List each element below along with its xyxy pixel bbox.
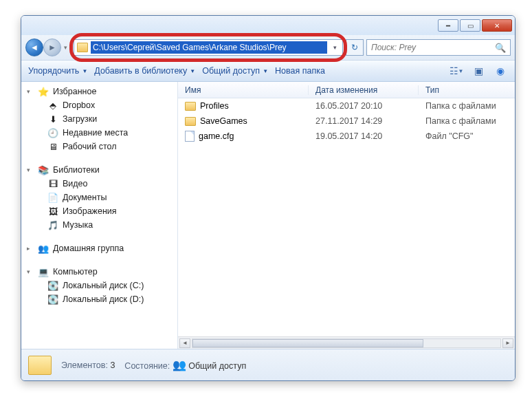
- desktop-icon: 🖥: [47, 141, 58, 152]
- recent-dropdown-icon[interactable]: ▾: [64, 44, 71, 51]
- sidebar-label: Домашняя группа: [53, 244, 124, 253]
- sidebar-item-label: Документы: [63, 193, 107, 202]
- minimize-button[interactable]: ━: [438, 19, 458, 32]
- file-row[interactable]: Profiles16.05.2017 20:10Папка с файлами: [178, 98, 515, 114]
- recent-icon: 🕘: [47, 127, 58, 138]
- scroll-thumb[interactable]: [192, 339, 423, 347]
- sidebar-homegroup[interactable]: ▸ 👥 Домашняя группа: [24, 241, 177, 255]
- sidebar-item-downloads[interactable]: ⬇Загрузки: [24, 112, 177, 126]
- file-name: game.cfg: [199, 131, 234, 141]
- maximize-button[interactable]: ▭: [460, 19, 480, 32]
- share-icon: 👥: [173, 359, 186, 371]
- file-list-pane: Имя Дата изменения Тип Profiles16.05.201…: [178, 82, 515, 349]
- sidebar-item-documents[interactable]: 📄Документы: [24, 191, 177, 204]
- elements-label: Элементов:: [61, 360, 108, 370]
- sidebar-computer[interactable]: ▾ 💻 Компьютер: [24, 265, 177, 279]
- sidebar-favorites[interactable]: ▾ ⭐ Избранное: [24, 85, 177, 98]
- navigation-pane: ▾ ⭐ Избранное ⬘Dropbox ⬇Загрузки 🕘Недавн…: [21, 82, 178, 349]
- folder-icon: [77, 43, 88, 52]
- newfolder-label: Новая папка: [275, 66, 325, 76]
- status-elements: Элементов: 3: [61, 360, 115, 370]
- sidebar-item-label: Рабочий стол: [63, 142, 116, 151]
- file-type: Папка с файлами: [419, 101, 515, 111]
- sidebar-item-pictures[interactable]: 🖼Изображения: [24, 204, 177, 218]
- organize-label: Упорядочить: [28, 66, 79, 76]
- video-icon: 🎞: [47, 178, 58, 189]
- sidebar-item-label: Недавние места: [63, 128, 128, 138]
- dropbox-icon: ⬘: [47, 100, 58, 111]
- address-dropdown-icon[interactable]: ▾: [330, 44, 340, 51]
- file-name: SaveGames: [200, 116, 247, 126]
- file-type: Файл "CFG": [419, 131, 515, 141]
- sidebar-item-videos[interactable]: 🎞Видео: [24, 177, 177, 191]
- sidebar-item-label: Музыка: [63, 220, 93, 230]
- search-box[interactable]: 🔍: [366, 39, 511, 56]
- scroll-right-button[interactable]: ►: [502, 338, 513, 348]
- documents-icon: 📄: [47, 192, 58, 203]
- music-icon: 🎵: [47, 219, 58, 230]
- sidebar-label: Избранное: [53, 87, 96, 96]
- close-button[interactable]: ✕: [482, 19, 512, 32]
- chevron-down-icon: ▼: [190, 68, 195, 74]
- sidebar-item-dropbox[interactable]: ⬘Dropbox: [24, 98, 177, 112]
- column-type[interactable]: Тип: [419, 85, 515, 95]
- sidebar-libraries[interactable]: ▾ 📚 Библиотеки: [24, 163, 177, 177]
- sidebar-item-label: Локальный диск (D:): [63, 294, 144, 304]
- sidebar-item-desktop[interactable]: 🖥Рабочий стол: [24, 140, 177, 153]
- details-pane: Элементов: 3 Состояние: 👥 Общий доступ: [21, 349, 515, 380]
- share-button[interactable]: Общий доступ ▼: [202, 66, 268, 76]
- search-input[interactable]: [371, 43, 495, 52]
- file-row[interactable]: game.cfg19.05.2017 14:20Файл "CFG": [178, 129, 515, 144]
- drive-icon: 💽: [47, 280, 58, 291]
- refresh-button[interactable]: ↻: [346, 39, 364, 56]
- sidebar-label: Библиотеки: [53, 165, 100, 175]
- command-bar: Упорядочить ▼ Добавить в библиотеку ▼ Об…: [21, 60, 515, 82]
- sidebar-item-music[interactable]: 🎵Музыка: [24, 218, 177, 232]
- state-value: Общий доступ: [188, 361, 246, 371]
- column-date[interactable]: Дата изменения: [309, 85, 419, 95]
- chevron-down-icon: ▾: [27, 88, 34, 95]
- help-button[interactable]: ◉: [493, 63, 508, 78]
- chevron-down-icon: ▼: [82, 68, 87, 74]
- status-state: Состояние: 👥 Общий доступ: [124, 358, 246, 371]
- add-to-library-button[interactable]: Добавить в библиотеку ▼: [94, 66, 195, 76]
- downloads-icon: ⬇: [47, 114, 58, 125]
- new-folder-button[interactable]: Новая папка: [275, 66, 325, 76]
- search-icon: 🔍: [495, 43, 506, 53]
- share-label: Общий доступ: [202, 66, 260, 76]
- horizontal-scrollbar[interactable]: ◄ ►: [178, 336, 515, 349]
- scroll-left-button[interactable]: ◄: [179, 338, 190, 348]
- elements-count: 3: [110, 360, 115, 370]
- file-name: Profiles: [200, 101, 229, 111]
- sidebar-item-recent[interactable]: 🕘Недавние места: [24, 126, 177, 140]
- star-icon: ⭐: [38, 86, 49, 97]
- folder-icon: [185, 102, 196, 111]
- libraries-icon: 📚: [38, 164, 49, 175]
- view-options-button[interactable]: ☷ ▼: [449, 63, 464, 78]
- column-name[interactable]: Имя: [178, 85, 309, 95]
- file-rows: Profiles16.05.2017 20:10Папка с файламиS…: [178, 98, 515, 336]
- organize-button[interactable]: Упорядочить ▼: [28, 66, 87, 76]
- sidebar-item-label: Загрузки: [63, 114, 97, 124]
- chevron-right-icon: ▸: [27, 245, 34, 252]
- homegroup-icon: 👥: [38, 243, 49, 254]
- sidebar-label: Компьютер: [53, 267, 98, 277]
- sidebar-item-drive-c[interactable]: 💽Локальный диск (C:): [24, 279, 177, 292]
- file-date: 27.11.2017 14:29: [309, 116, 419, 126]
- sidebar-item-label: Видео: [63, 179, 88, 188]
- large-folder-icon: [28, 356, 52, 375]
- folder-icon: [185, 117, 196, 126]
- file-row[interactable]: SaveGames27.11.2017 14:29Папка с файлами: [178, 114, 515, 129]
- preview-pane-button[interactable]: ▣: [471, 63, 486, 78]
- sidebar-item-label: Dropbox: [63, 100, 95, 110]
- titlebar: ━ ▭ ✕: [21, 16, 515, 35]
- chevron-down-icon: ▾: [27, 268, 34, 275]
- sidebar-item-label: Локальный диск (C:): [63, 281, 144, 290]
- file-icon: [185, 131, 195, 142]
- scroll-track[interactable]: [192, 338, 501, 348]
- back-button[interactable]: ◄: [25, 39, 43, 56]
- address-bar[interactable]: ▾: [74, 39, 343, 56]
- address-input[interactable]: [91, 41, 327, 54]
- sidebar-item-drive-d[interactable]: 💽Локальный диск (D:): [24, 292, 177, 306]
- forward-button[interactable]: ►: [43, 39, 61, 56]
